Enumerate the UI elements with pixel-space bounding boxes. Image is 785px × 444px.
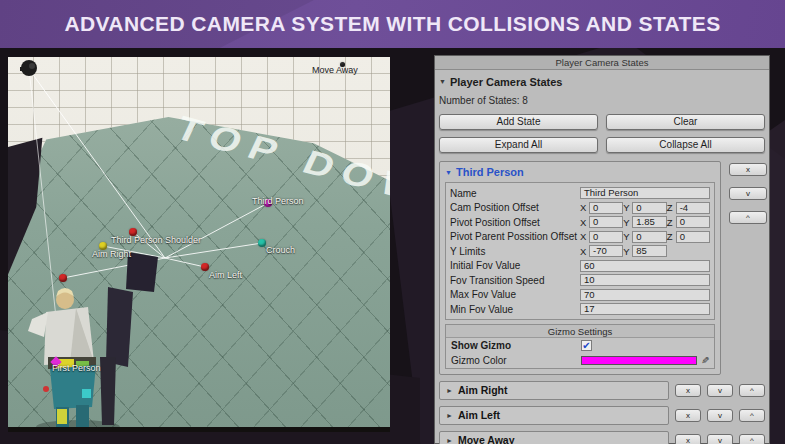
pivot-parent-x-input[interactable]: 0	[589, 231, 623, 243]
axis-z-label: Z	[667, 202, 676, 213]
banner: ADVANCED CAMERA SYSTEM WITH COLLISIONS A…	[0, 0, 785, 48]
axis-y-label: Y	[623, 217, 632, 228]
field-row-cam-position-offset: Cam Position Offset X0 Y0 Z-4	[450, 201, 710, 216]
field-label: Pivot Parent Possition Offset	[450, 231, 580, 242]
initial-fov-input[interactable]: 60	[580, 260, 710, 272]
pivot-offset-z-input[interactable]: 0	[676, 216, 710, 228]
field-row-name: Name Third Person	[450, 186, 710, 201]
show-gizmo-label: Show Gizmo	[451, 340, 581, 351]
field-label: Max Fov Value	[450, 289, 580, 300]
move-state-down-button[interactable]: v	[707, 434, 733, 444]
show-gizmo-row: Show Gizmo ✔	[446, 338, 714, 353]
delete-state-button[interactable]: x	[675, 384, 701, 397]
component-foldout[interactable]: ▼ Player Camera States	[439, 75, 765, 88]
state-foldout-third-person[interactable]: ▼ Third Person	[445, 165, 715, 179]
gizmo-label-move-away: Move Away	[312, 65, 358, 75]
axis-x-label: X	[580, 202, 589, 213]
pivot-parent-z-input[interactable]: 0	[676, 231, 710, 243]
max-fov-input[interactable]: 70	[580, 289, 710, 301]
field-row-initial-fov: Initial Fov Value 60	[450, 259, 710, 274]
field-label: Name	[450, 188, 580, 199]
state-card-actions: x v ^	[729, 163, 767, 224]
foldout-closed-icon: ►	[446, 412, 453, 419]
state-foldout-aim-right[interactable]: ► Aim Right	[439, 381, 669, 400]
gizmo-dot-aim-left[interactable]	[201, 263, 209, 271]
add-state-button[interactable]: Add State	[439, 114, 598, 130]
field-label: Y Limits	[450, 246, 580, 257]
gizmo-color-label: Gizmo Color	[451, 355, 581, 366]
gizmo-label-third-person-shoulder: Third Person Shoulder	[111, 235, 201, 245]
axis-z-label: Z	[667, 231, 676, 242]
move-state-up-button[interactable]: ^	[729, 211, 767, 224]
collapse-all-button[interactable]: Collapse All	[606, 137, 765, 153]
states-count-label: Number of States: 8	[439, 95, 765, 106]
axis-y-label: Y	[623, 246, 632, 257]
state-card-wrap: ▼ Third Person Name Third Person Cam Pos…	[439, 161, 765, 375]
expand-all-button[interactable]: Expand All	[439, 137, 598, 153]
gizmo-label-crouch: Crouch	[266, 245, 295, 255]
gizmo-label-third-person: Third Person	[252, 196, 304, 206]
field-label: Cam Position Offset	[450, 202, 580, 213]
state-title: Aim Right	[458, 384, 508, 396]
state-title: Move Away	[458, 434, 515, 444]
delete-state-button[interactable]: x	[675, 434, 701, 444]
axis-z-label: Z	[667, 217, 676, 228]
delete-state-button[interactable]: x	[729, 163, 767, 176]
foldout-open-icon: ▼	[439, 78, 446, 85]
clear-button[interactable]: Clear	[606, 114, 765, 130]
field-row-pivot-position-offset: Pivot Position Offset X0 Y1.85 Z0	[450, 215, 710, 230]
move-state-down-button[interactable]: v	[729, 187, 767, 200]
axis-x-label: X	[580, 217, 589, 228]
pivot-parent-y-input[interactable]: 0	[632, 231, 666, 243]
collapsed-state-aim-right: ► Aim Right x v ^	[439, 381, 765, 400]
field-row-max-fov: Max Fov Value 70	[450, 288, 710, 303]
inspector-panel: Player Camera States ▼ Player Camera Sta…	[434, 55, 770, 444]
state-title: Aim Left	[458, 409, 500, 421]
name-input[interactable]: Third Person	[580, 187, 710, 199]
inspector-window-title: Player Camera States	[435, 56, 769, 70]
gizmo-label-first-person: First Person	[52, 363, 101, 373]
foldout-closed-icon: ►	[446, 387, 453, 394]
gizmo-dot-crouch[interactable]	[258, 239, 266, 247]
y-limits-y-input[interactable]: 85	[632, 245, 666, 257]
scene-bottom-edge	[8, 427, 390, 432]
state-fields: Name Third Person Cam Position Offset X0…	[445, 182, 715, 320]
state-foldout-move-away[interactable]: ► Move Away	[439, 431, 669, 444]
field-row-pivot-parent-position-offset: Pivot Parent Possition Offset X0 Y0 Z0	[450, 230, 710, 245]
move-state-up-button[interactable]: ^	[739, 384, 765, 397]
y-limits-x-input[interactable]: -70	[589, 245, 623, 257]
top-down-camera-icon[interactable]	[20, 60, 37, 76]
delete-state-button[interactable]: x	[675, 409, 701, 422]
collapsed-state-move-away: ► Move Away x v ^	[439, 431, 765, 444]
field-row-y-limits: Y Limits X-70 Y85	[450, 244, 710, 259]
fov-speed-input[interactable]: 10	[580, 274, 710, 286]
show-gizmo-checkbox[interactable]: ✔	[581, 340, 592, 351]
state-title: Third Person	[456, 166, 524, 178]
cam-offset-y-input[interactable]: 0	[632, 202, 666, 214]
player-character	[28, 252, 158, 432]
gizmo-dot-first-person[interactable]	[59, 274, 67, 282]
axis-y-label: Y	[623, 202, 632, 213]
move-state-up-button[interactable]: ^	[739, 434, 765, 444]
cam-offset-x-input[interactable]: 0	[589, 202, 623, 214]
gizmo-color-swatch[interactable]	[581, 356, 697, 365]
pivot-offset-x-input[interactable]: 0	[589, 216, 623, 228]
field-label: Pivot Position Offset	[450, 217, 580, 228]
move-state-down-button[interactable]: v	[707, 409, 733, 422]
state-card-third-person: ▼ Third Person Name Third Person Cam Pos…	[439, 161, 721, 375]
field-row-min-fov: Min Fov Value 17	[450, 302, 710, 317]
page-title: ADVANCED CAMERA SYSTEM WITH COLLISIONS A…	[64, 12, 720, 36]
field-label: Min Fov Value	[450, 304, 580, 315]
state-foldout-aim-left[interactable]: ► Aim Left	[439, 406, 669, 425]
scene-view[interactable]: TOP DOWN	[8, 57, 390, 432]
field-label: Initial Fov Value	[450, 260, 580, 271]
min-fov-input[interactable]: 17	[580, 303, 710, 315]
cam-offset-z-input[interactable]: -4	[676, 202, 710, 214]
pivot-offset-y-input[interactable]: 1.85	[632, 216, 666, 228]
axis-x-label: X	[580, 231, 589, 242]
move-state-down-button[interactable]: v	[707, 384, 733, 397]
move-state-up-button[interactable]: ^	[739, 409, 765, 422]
axis-x-label: X	[580, 246, 589, 257]
eyedropper-icon[interactable]: ✎	[701, 355, 709, 366]
gizmo-label-aim-left: Aim Left	[209, 270, 242, 280]
